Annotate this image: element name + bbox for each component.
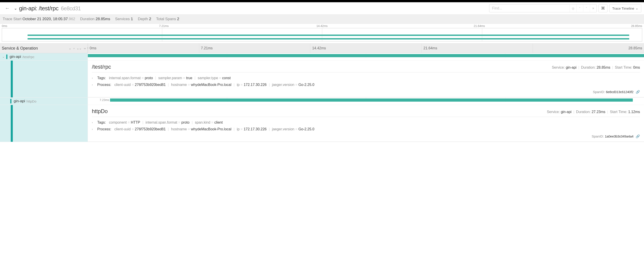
find-clear-icon[interactable]: ✕ — [590, 5, 596, 12]
kv-pair: span.kind = client — [195, 120, 223, 125]
kv-pair: ip = 172.17.30.226 — [237, 83, 267, 87]
search-input[interactable] — [490, 6, 570, 10]
kv-pair: hostname = whydeMacBook-Pro.local — [171, 83, 232, 87]
expand-icon[interactable]: › — [92, 121, 95, 124]
collapse-icon[interactable]: ⌄ — [14, 6, 17, 11]
kv-pair: jaeger.version = Go-2.25.0 — [272, 83, 314, 87]
trace-meta-bar: Trace Start October 21 2020, 18:05:37.96… — [0, 15, 644, 24]
span-duration-label: 7.23ms — [100, 98, 109, 102]
tags-line[interactable]: › Tags: internal.span.format = proto|sam… — [92, 75, 640, 81]
kv-pair: sampler.param = true — [158, 76, 192, 80]
view-mode-select[interactable]: Trace Timeline ⌄ — [609, 4, 641, 12]
kv-pair: ip = 172.17.30.226 — [237, 127, 267, 131]
service-operation-header: Service & Operation ⌄ › ⌄⌄ ›› ⠿ — [0, 44, 88, 53]
span-row-left[interactable]: ⌄ gin-api /test/rpc — [0, 53, 88, 60]
column-resize-handle[interactable]: ⠿ — [87, 47, 88, 50]
span-id-line: SpanID: 6e8cd313c61240f2 🔗 — [92, 88, 640, 94]
service-color-marker — [10, 99, 12, 103]
minimap-span-bar — [28, 38, 629, 40]
link-icon[interactable]: 🔗 — [636, 90, 640, 94]
kv-pair: internal.span.format = proto — [146, 120, 190, 125]
span-bar-area[interactable] — [88, 53, 644, 58]
collapse-all-icon[interactable]: ⌄⌄ — [77, 47, 82, 50]
service-name: gin-api — [14, 99, 25, 103]
service-color-marker — [6, 55, 8, 59]
page-title: gin-api: /test/rpc 6e8cd31 — [19, 5, 81, 12]
link-icon[interactable]: 🔗 — [636, 134, 640, 138]
find-locate-icon[interactable]: ◎ — [570, 5, 576, 12]
process-line[interactable]: › Process: client-uuid = 276f753b920bed8… — [92, 81, 640, 88]
back-button[interactable]: ← — [3, 4, 12, 13]
find-next-icon[interactable]: ˅ — [583, 5, 590, 12]
expand-all-icon[interactable]: ›› — [84, 47, 86, 50]
find-box: ◎ ˄ ˅ ✕ — [489, 4, 597, 12]
service-color-marker — [11, 105, 13, 142]
span-bar[interactable] — [110, 99, 633, 102]
span-id-line: SpanID: 1a0ee3b3c049a4a4 🔗 — [92, 133, 640, 138]
expand-icon[interactable]: › — [92, 128, 95, 131]
span-bar-area[interactable]: 7.23ms — [88, 98, 644, 102]
chevron-down-icon: ⌄ — [636, 6, 638, 10]
shortcut-button[interactable]: ⌘ — [598, 4, 608, 12]
minimap-span-bar — [28, 35, 629, 36]
process-line[interactable]: › Process: client-uuid = 276f753b920bed8… — [92, 126, 640, 133]
collapse-one-icon[interactable]: ⌄ — [69, 47, 71, 50]
kv-pair: internal.span.format = proto — [109, 76, 153, 80]
service-name: gin-api — [10, 55, 21, 59]
expand-icon[interactable]: › — [92, 83, 95, 86]
expand-one-icon[interactable]: › — [74, 47, 74, 50]
operation-name: /test/rpc — [22, 55, 34, 59]
span-detail-title: /test/rpc — [92, 64, 111, 70]
minimap-ticks: 0ms 7.21ms 14.42ms 21.64ms 28.85ms — [0, 24, 644, 28]
span-detail-gutter — [0, 61, 88, 97]
trace-id: 6e8cd31 — [61, 6, 81, 12]
kv-pair: sampler.type = const — [198, 76, 230, 80]
tags-line[interactable]: › Tags: component = HTTP|internal.span.f… — [92, 119, 640, 126]
span-bar[interactable] — [88, 54, 644, 57]
kv-pair: hostname = whydeMacBook-Pro.local — [171, 127, 232, 131]
find-prev-icon[interactable]: ˄ — [576, 5, 583, 12]
toggle-span-icon[interactable]: ⌄ — [2, 55, 6, 58]
service-color-marker — [11, 61, 13, 97]
view-mode-label: Trace Timeline — [612, 7, 634, 10]
span-row-left[interactable]: gin-api httpDo — [0, 98, 88, 105]
kv-pair: component = HTTP — [109, 120, 140, 125]
kv-pair: client-uuid = 276f753b920bed81 — [114, 83, 166, 87]
kv-pair: jaeger.version = Go-2.25.0 — [272, 127, 314, 131]
span-detail-body: httpDo Service: gin-api| Duration: 27.23… — [88, 105, 644, 142]
span-detail-body: /test/rpc Service: gin-api| Duration: 28… — [88, 61, 644, 97]
span-detail-title: httpDo — [92, 108, 108, 114]
minimap[interactable] — [2, 28, 642, 42]
kv-pair: client-uuid = 276f753b920bed81 — [114, 127, 166, 131]
span-detail-gutter — [0, 105, 88, 142]
expand-icon[interactable]: › — [92, 77, 95, 80]
operation-name: httpDo — [26, 99, 36, 103]
timeline-ticks: 0ms 7.21ms 14.42ms 21.64ms 28.85ms — [88, 44, 644, 53]
